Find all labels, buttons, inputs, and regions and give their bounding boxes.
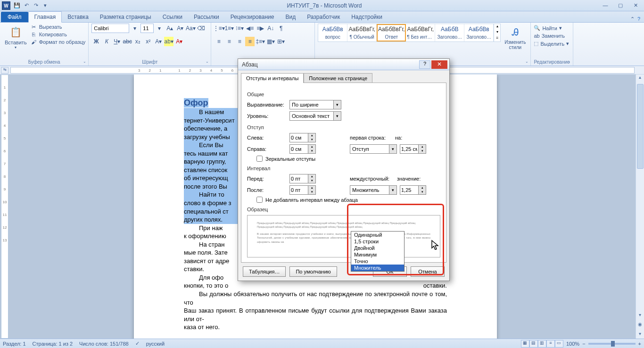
tab-file[interactable]: Файл bbox=[1, 12, 28, 22]
strike-icon[interactable]: abc bbox=[123, 37, 132, 46]
clear-format-icon[interactable]: ⌫ bbox=[196, 24, 206, 33]
status-words[interactable]: Число слов: 151/788 bbox=[79, 341, 129, 347]
view-web-icon[interactable]: ▥ bbox=[538, 340, 546, 348]
cancel-button[interactable]: Отмена bbox=[411, 266, 445, 277]
tab-view[interactable]: Вид bbox=[280, 12, 301, 22]
undo-icon[interactable]: ↶ bbox=[23, 2, 30, 9]
mirror-checkbox[interactable] bbox=[256, 156, 263, 162]
prev-page-icon[interactable]: ◉ bbox=[636, 322, 644, 329]
dialog-tab-indents[interactable]: Отступы и интервалы bbox=[241, 73, 304, 83]
shrink-font-icon[interactable]: A▾ bbox=[175, 24, 185, 33]
spin-up-icon[interactable]: ▴ bbox=[419, 145, 426, 149]
zoom-out-icon[interactable]: − bbox=[582, 341, 585, 347]
replace-button[interactable]: abЗаменить bbox=[534, 33, 565, 39]
vertical-scrollbar[interactable]: ▴ ▾ ◉ ▾ bbox=[636, 75, 644, 339]
dialog-close-icon[interactable]: ✕ bbox=[431, 60, 447, 69]
qat-dropdown-icon[interactable]: ▾ bbox=[41, 2, 49, 9]
show-marks-icon[interactable]: ¶ bbox=[276, 24, 286, 33]
styles-gallery[interactable]: АаБбВввопрос АаБбВвГг,¶ Обычный АаБбВвГг… bbox=[318, 24, 501, 42]
align-center-icon[interactable]: ≡ bbox=[224, 37, 234, 46]
tab-review[interactable]: Рецензирование bbox=[225, 12, 280, 22]
dropdown-icon[interactable]: ▾ bbox=[333, 112, 341, 120]
subscript-icon[interactable]: x₂ bbox=[133, 37, 142, 46]
maximize-icon[interactable]: ▢ bbox=[615, 2, 626, 8]
redo-icon[interactable]: ↷ bbox=[32, 2, 40, 9]
tab-home[interactable]: Главная bbox=[28, 11, 62, 23]
font-size-input[interactable] bbox=[140, 24, 154, 33]
shading-icon[interactable]: ▦▾ bbox=[266, 37, 275, 46]
dropdown-option[interactable]: Одинарный bbox=[351, 232, 404, 238]
dropdown-option-selected[interactable]: Множитель bbox=[351, 265, 404, 271]
bullets-icon[interactable]: ⋮≡▾ bbox=[214, 24, 223, 33]
dropdown-option[interactable]: Минимум bbox=[351, 251, 404, 258]
line-spacing-combo[interactable]: Множитель▾ bbox=[350, 185, 397, 195]
align-left-icon[interactable]: ≡ bbox=[214, 37, 223, 46]
tabs-button[interactable]: Табуляция… bbox=[243, 266, 286, 277]
italic-icon[interactable]: К bbox=[102, 37, 111, 46]
scroll-thumb[interactable] bbox=[637, 84, 644, 169]
dialog-tab-position[interactable]: Положение на странице bbox=[304, 73, 372, 83]
before-spinner[interactable]: ▴▾ bbox=[289, 174, 316, 183]
dropdown-icon[interactable]: ▾ bbox=[333, 100, 341, 109]
font-name-input[interactable] bbox=[91, 24, 129, 33]
view-read-icon[interactable]: ▤ bbox=[529, 340, 538, 348]
vertical-ruler[interactable]: 12345678910111213 bbox=[1, 75, 8, 339]
at-spinner[interactable]: ▴▾ bbox=[400, 185, 426, 195]
line-spacing-icon[interactable]: ‡≡▾ bbox=[256, 37, 265, 46]
right-indent-spinner[interactable]: ▴▾ bbox=[289, 144, 316, 154]
no-space-checkbox[interactable] bbox=[256, 197, 263, 203]
status-section[interactable]: Раздел: 1 bbox=[3, 341, 26, 347]
spin-down-icon[interactable]: ▾ bbox=[308, 190, 315, 194]
style-item[interactable]: АаБбВввопрос bbox=[318, 24, 347, 41]
change-styles-button[interactable]: Ꭿ Изменить стили bbox=[503, 24, 528, 51]
default-button[interactable]: По умолчанию bbox=[289, 266, 337, 277]
spin-up-icon[interactable]: ▴ bbox=[308, 133, 315, 138]
tab-page-layout[interactable]: Разметка страницы bbox=[94, 12, 157, 22]
superscript-icon[interactable]: x² bbox=[143, 37, 153, 46]
view-draft-icon[interactable]: ▭ bbox=[555, 340, 563, 348]
styles-scroll-down-icon[interactable]: ▾ bbox=[494, 30, 500, 35]
multilevel-icon[interactable]: ⁝≡▾ bbox=[235, 24, 244, 33]
view-print-icon[interactable]: ▦ bbox=[521, 340, 529, 348]
cut-button[interactable]: ✂Вырезать bbox=[31, 24, 86, 30]
copy-button[interactable]: ⎘Копировать bbox=[31, 31, 86, 38]
dropdown-option[interactable]: Двойной bbox=[351, 245, 404, 251]
font-name-dropdown-icon[interactable]: ▾ bbox=[130, 24, 140, 33]
tab-insert[interactable]: Вставка bbox=[62, 12, 94, 22]
styles-more-icon[interactable]: ≡ bbox=[494, 36, 500, 41]
ruler-corner[interactable]: ↹ bbox=[1, 67, 8, 74]
style-item-selected[interactable]: АаБбВвГг,Ответ bbox=[377, 24, 406, 41]
spin-down-icon[interactable]: ▾ bbox=[308, 149, 315, 153]
zoom-slider[interactable] bbox=[588, 343, 636, 345]
firstline-combo[interactable]: Отступ▾ bbox=[350, 144, 397, 154]
font-color-icon[interactable]: A▾ bbox=[174, 37, 184, 46]
align-right-icon[interactable]: ≡ bbox=[235, 37, 244, 46]
status-language[interactable]: русский bbox=[146, 341, 165, 347]
spin-up-icon[interactable]: ▴ bbox=[419, 186, 426, 190]
spin-down-icon[interactable]: ▾ bbox=[308, 179, 315, 183]
close-window-icon[interactable]: ✕ bbox=[630, 2, 641, 8]
alignment-combo[interactable]: По ширине▾ bbox=[289, 100, 341, 109]
spin-down-icon[interactable]: ▾ bbox=[419, 190, 426, 194]
style-item[interactable]: АаБбВвЗаголово… bbox=[464, 24, 494, 41]
text-effects-icon[interactable]: A▾ bbox=[154, 37, 163, 46]
dropdown-option[interactable]: Точно bbox=[351, 258, 404, 265]
select-button[interactable]: ⬚Выделить ▾ bbox=[534, 40, 569, 47]
spin-up-icon[interactable]: ▴ bbox=[308, 145, 315, 149]
decrease-indent-icon[interactable]: ◀≡ bbox=[245, 24, 255, 33]
borders-icon[interactable]: ⊞▾ bbox=[276, 37, 286, 46]
find-button[interactable]: 🔍Найти ▾ bbox=[534, 25, 561, 32]
proofing-icon[interactable]: ✓ bbox=[135, 340, 140, 347]
styles-scroll-up-icon[interactable]: ▴ bbox=[494, 24, 500, 30]
by-spinner[interactable]: ▴▾ bbox=[400, 144, 426, 154]
dropdown-option[interactable]: 1,5 строки bbox=[351, 238, 404, 245]
justify-icon[interactable]: ≡ bbox=[245, 37, 255, 46]
status-zoom[interactable]: 100% bbox=[566, 341, 579, 347]
grow-font-icon[interactable]: A▴ bbox=[165, 24, 174, 33]
minimize-ribbon-icon[interactable]: ⌃ bbox=[630, 16, 635, 22]
minimize-icon[interactable]: — bbox=[600, 2, 611, 8]
level-combo[interactable]: Основной текст▾ bbox=[289, 111, 341, 121]
paste-button[interactable]: 📋 Вставить ▾ bbox=[3, 24, 29, 50]
view-outline-icon[interactable]: ≡ bbox=[546, 340, 555, 348]
after-spinner[interactable]: ▴▾ bbox=[289, 185, 316, 195]
